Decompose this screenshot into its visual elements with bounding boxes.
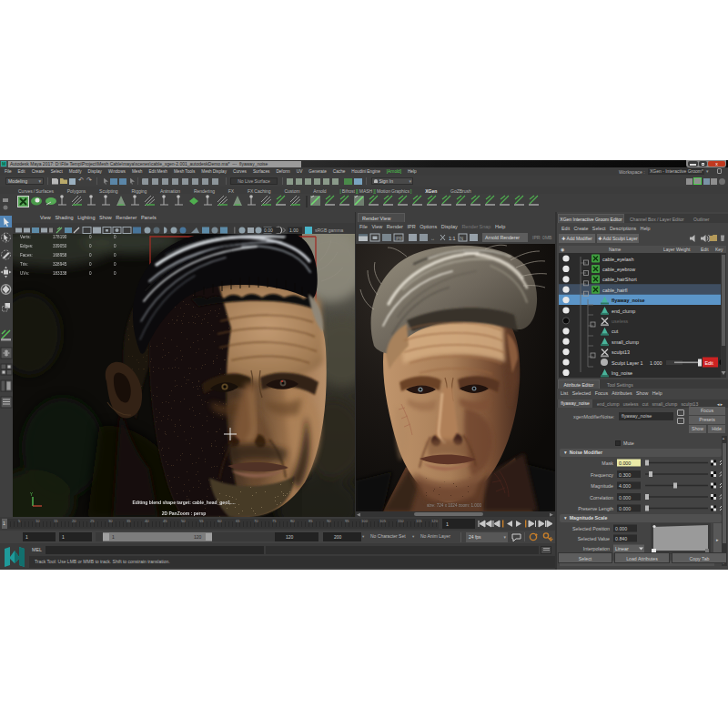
svg-text:0.840: 0.840: [615, 536, 627, 541]
svg-text:2D PanZoom : persp: 2D PanZoom : persp: [162, 511, 207, 516]
svg-text:1: 1: [3, 521, 5, 526]
svg-text:lng_noise: lng_noise: [612, 370, 632, 376]
svg-text:cable_hairfl: cable_hairfl: [602, 288, 628, 293]
svg-text:10: 10: [35, 519, 40, 523]
svg-text:1.00: 1.00: [289, 228, 298, 233]
svg-text:0: 0: [89, 244, 92, 248]
svg-text:0.000: 0.000: [615, 526, 627, 531]
svg-text:Arnold Renderer: Arnold Renderer: [485, 235, 520, 240]
svg-text:4.000: 4.000: [619, 483, 631, 489]
svg-text:Edit: Edit: [705, 360, 714, 366]
svg-text:15: 15: [54, 519, 58, 523]
svg-text:95: 95: [345, 519, 349, 523]
svg-text:115: 115: [416, 519, 422, 523]
svg-text:100: 100: [361, 519, 369, 523]
svg-text:1:1: 1:1: [449, 236, 456, 241]
svg-text:50: 50: [181, 519, 186, 523]
svg-text:120: 120: [431, 519, 439, 523]
svg-text:Interpolation: Interpolation: [583, 546, 610, 551]
svg-text:size: 724 x 1024 zoom: 1.000: size: 724 x 1024 zoom: 1.000: [427, 503, 481, 508]
svg-text:0: 0: [89, 235, 92, 239]
svg-text:339050: 339050: [53, 244, 67, 248]
svg-text:Correlation: Correlation: [590, 495, 613, 500]
svg-text:70: 70: [254, 519, 258, 523]
svg-text:30: 30: [108, 519, 113, 523]
svg-text:UVs:: UVs:: [20, 271, 29, 276]
svg-text:90: 90: [327, 519, 331, 523]
svg-text:0: 0: [89, 253, 92, 258]
svg-text:Editing blend shape target: ca: Editing blend shape target: cable_head_g…: [132, 500, 236, 505]
svg-text:Faces:: Faces:: [20, 253, 33, 258]
svg-text:0.00: 0.00: [264, 228, 273, 233]
svg-text:85: 85: [308, 519, 313, 523]
svg-text:0: 0: [114, 235, 116, 239]
svg-text:sculpt13: sculpt13: [612, 349, 630, 355]
svg-text:0: 0: [89, 271, 92, 276]
svg-text:Tris:: Tris:: [20, 262, 28, 267]
svg-text:end_clump: end_clump: [612, 308, 635, 314]
svg-text:0.300: 0.300: [619, 472, 631, 478]
svg-text:Magnitude: Magnitude: [591, 483, 613, 489]
svg-text:IPR: 0MB: IPR: 0MB: [532, 235, 552, 240]
svg-text:20: 20: [72, 519, 76, 523]
svg-text:Verts:: Verts:: [20, 235, 31, 239]
svg-text:0: 0: [89, 262, 92, 267]
svg-text:0: 0: [114, 253, 116, 258]
svg-text:Edges:: Edges:: [20, 244, 33, 248]
svg-text:Mask: Mask: [602, 460, 613, 466]
svg-text:60: 60: [217, 519, 222, 523]
svg-text:Selected Value: Selected Value: [578, 536, 610, 541]
svg-text:0.000: 0.000: [619, 495, 631, 500]
svg-text:25: 25: [90, 519, 95, 523]
svg-text:IPR: IPR: [396, 237, 403, 241]
svg-text:0.000: 0.000: [619, 506, 631, 511]
svg-text:flyaway_noise: flyaway_noise: [612, 298, 645, 303]
svg-text:1: 1: [446, 521, 449, 527]
svg-text:40: 40: [145, 519, 149, 523]
svg-text:Frequency: Frequency: [591, 472, 613, 478]
svg-text:55: 55: [199, 519, 204, 523]
svg-text:Preserve Length: Preserve Length: [578, 506, 613, 511]
svg-text:useless: useless: [612, 318, 629, 324]
svg-text:cable_eyebrow: cable_eyebrow: [602, 267, 635, 272]
svg-text:Sculpt Layer 1: Sculpt Layer 1: [612, 360, 642, 366]
svg-text:cut: cut: [612, 329, 619, 334]
svg-text:Y: Y: [30, 492, 33, 497]
svg-text:0.000: 0.000: [619, 460, 631, 466]
svg-text:105: 105: [379, 519, 387, 523]
svg-text:Linear: Linear: [615, 546, 629, 551]
svg-text:small_clump: small_clump: [612, 339, 639, 345]
svg-text:75: 75: [272, 519, 277, 523]
svg-text:0: 0: [114, 244, 116, 248]
svg-text:328945: 328945: [53, 262, 67, 267]
svg-text:1.000: 1.000: [650, 360, 662, 366]
svg-text:sRGB gamma: sRGB gamma: [315, 228, 344, 233]
svg-text:65: 65: [236, 519, 240, 523]
svg-text:45: 45: [163, 519, 167, 523]
svg-text:Selected Position: Selected Position: [572, 526, 610, 531]
svg-text:N: N: [460, 236, 464, 241]
svg-text:183338: 183338: [53, 271, 67, 276]
svg-text:110: 110: [398, 519, 404, 523]
svg-text:0: 0: [114, 271, 116, 276]
svg-text:80: 80: [290, 519, 295, 523]
svg-text:178190: 178190: [53, 235, 67, 239]
svg-text:0: 0: [114, 262, 116, 267]
svg-text:cable_hairShort: cable_hairShort: [602, 277, 637, 282]
svg-text:168958: 168958: [53, 253, 67, 258]
svg-text:cable_eyelash: cable_eyelash: [602, 257, 633, 262]
svg-text:↔: ↔: [430, 236, 435, 241]
svg-text:35: 35: [126, 519, 131, 523]
